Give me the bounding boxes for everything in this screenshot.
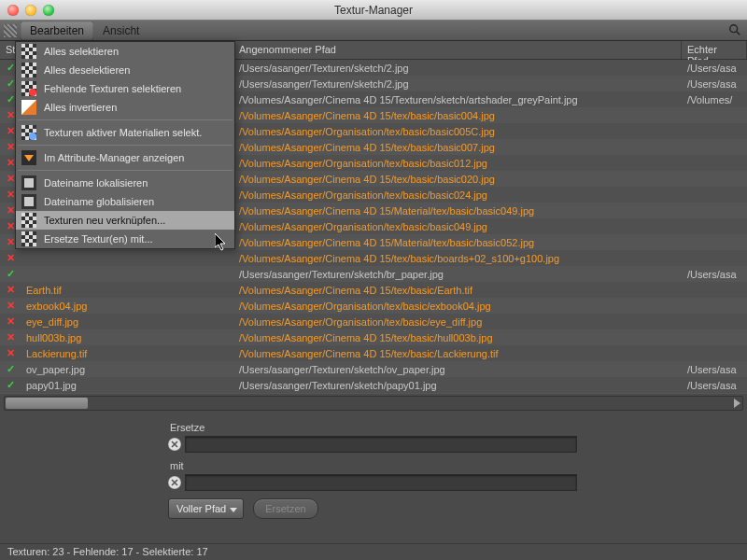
status-cell: ✕: [0, 252, 21, 264]
checker-empty-icon: [21, 63, 36, 77]
table-row[interactable]: ✕eye_diff.jpg/Volumes/Asanger/Organisati…: [0, 314, 747, 329]
realpath-cell: /Volumes/: [682, 94, 747, 105]
mouse-cursor-icon: [215, 233, 228, 252]
replace-button[interactable]: Ersetzen: [253, 498, 317, 519]
menu-item-select-missing[interactable]: Fehlende Texturen selektieren: [16, 79, 234, 98]
svg-rect-62: [21, 239, 25, 243]
table-row[interactable]: ✕Lackierung.tif/Volumes/Asanger/Cinema 4…: [0, 345, 747, 361]
table-row[interactable]: ✓ov_paper.jpg/Users/asanger/Texturen/ske…: [0, 361, 747, 377]
svg-rect-64: [25, 243, 29, 246]
svg-rect-25: [21, 89, 25, 92]
path-cell: /Volumes/Asanger/Cinema 4D 15/tex/basic/…: [233, 174, 682, 185]
menu-item-invert[interactable]: Alles invertieren: [16, 98, 234, 117]
path-cell: /Users/asanger/Texturen/sketch/2.jpg: [233, 63, 682, 74]
path-cell: /Users/asanger/Texturen/sketch/2.jpg: [233, 78, 682, 90]
svg-rect-24: [33, 85, 36, 89]
path-cell: /Volumes/Asanger/Cinema 4D 15/tex/basic/…: [233, 285, 682, 296]
status-cell: ✕: [0, 284, 21, 296]
realpath-cell: /Users/asa: [682, 364, 747, 375]
menu-item-relink[interactable]: Texturen neu verknüpfen...: [16, 211, 234, 230]
replace-label: Ersetze: [168, 422, 747, 433]
svg-rect-17: [29, 70, 33, 74]
table-row[interactable]: ✕Earth.tif/Volumes/Asanger/Cinema 4D 15/…: [0, 282, 747, 298]
menu-item-globalize[interactable]: Dateiname globalisieren: [16, 192, 234, 211]
svg-rect-35: [25, 129, 29, 133]
menu-item-label: Dateiname globalisieren: [44, 196, 154, 207]
column-realpath[interactable]: Echter Pfad: [682, 41, 747, 59]
path-mode-dropdown[interactable]: Voller Pfad: [168, 498, 244, 519]
svg-rect-51: [25, 217, 29, 220]
replace-icon: [21, 231, 36, 246]
svg-rect-6: [33, 48, 36, 51]
svg-rect-58: [21, 231, 25, 235]
table-row[interactable]: ✕hull003b.jpg/Volumes/Asanger/Cinema 4D …: [0, 329, 747, 345]
menu-item-label: Texturen aktiver Materialien selekt.: [44, 127, 202, 138]
menu-item-label: Ersetze Textur(en) mit...: [44, 233, 153, 245]
menu-item-select-active[interactable]: Texturen aktiver Materialien selekt.: [16, 123, 234, 142]
table-row[interactable]: ✕/Volumes/Asanger/Cinema 4D 15/tex/basic…: [0, 250, 747, 266]
menu-view[interactable]: Ansicht: [93, 21, 148, 40]
menu-edit[interactable]: Bearbeiten: [21, 21, 93, 40]
menu-item-show-attr[interactable]: Im Attribute-Manager anzeigen: [16, 148, 234, 167]
svg-marker-66: [215, 233, 225, 250]
svg-rect-9: [25, 55, 29, 59]
svg-rect-37: [21, 133, 25, 136]
svg-rect-56: [33, 224, 36, 228]
texture-cell: papy01.jpg: [21, 380, 233, 391]
realpath-cell: /Users/asa: [682, 78, 747, 90]
table-row[interactable]: ✕sky preset graphicfullmoon.psd/Volumes/…: [0, 393, 747, 394]
svg-rect-61: [33, 235, 36, 239]
table-row[interactable]: ✕exbook04.jpg/Volumes/Asanger/Organisati…: [0, 298, 747, 314]
path-cell: /Volumes/Asanger/Cinema 4D 15/Texturen/s…: [233, 94, 682, 105]
svg-rect-65: [33, 243, 36, 246]
svg-rect-52: [33, 217, 36, 220]
svg-rect-34: [29, 125, 33, 129]
clear-with-button[interactable]: [168, 476, 181, 489]
svg-point-41: [29, 133, 36, 140]
horizontal-scrollbar[interactable]: [4, 396, 743, 411]
status-cell: ✕: [0, 331, 21, 343]
window-title: Textur-Manager: [0, 4, 747, 17]
svg-rect-13: [29, 63, 33, 66]
menu-separator: [18, 145, 233, 146]
table-row[interactable]: ✓/Users/asanger/Texturen/sketch/br_paper…: [0, 266, 747, 282]
menu-item-localize[interactable]: Dateiname lokalisieren: [16, 174, 234, 192]
svg-rect-8: [29, 51, 33, 55]
realpath-cell: /Users/asa: [682, 269, 747, 280]
svg-rect-60: [25, 235, 29, 239]
menu-item-label: Fehlende Texturen selektieren: [44, 83, 181, 94]
menu-item-select-all[interactable]: Alles selektieren: [16, 42, 234, 61]
menu-item-label: Alles invertieren: [44, 102, 117, 113]
status-cell: ✕: [0, 300, 21, 312]
status-cell: ✓: [0, 379, 21, 391]
invert-icon: [21, 100, 36, 115]
scroll-right-arrow-icon[interactable]: [734, 399, 740, 408]
svg-rect-55: [25, 224, 29, 228]
texture-cell: eye_diff.jpg: [21, 316, 233, 328]
menu-item-deselect-all[interactable]: Alles deselektieren: [16, 61, 234, 79]
arrow-down-icon: [21, 150, 36, 165]
realpath-cell: /Users/asa: [682, 63, 747, 74]
path-cell: /Volumes/Asanger/Organisation/tex/basic/…: [233, 189, 682, 201]
replace-target-input[interactable]: [185, 474, 577, 491]
relink-icon: [21, 213, 36, 228]
status-bar: Texturen: 23 - Fehlende: 17 - Selektiert…: [0, 543, 747, 560]
clear-replace-button[interactable]: [168, 438, 181, 451]
svg-rect-54: [29, 220, 33, 224]
menu-item-label: Alles selektieren: [44, 46, 119, 57]
path-cell: /Users/asanger/Texturen/sketch/papy01.jp…: [233, 380, 682, 391]
texture-cell: Lackierung.tif: [21, 348, 233, 359]
column-path[interactable]: Angenommener Pfad: [233, 41, 682, 59]
svg-rect-23: [25, 85, 29, 89]
menu-item-replace-with[interactable]: Ersetze Textur(en) mit...: [16, 230, 234, 248]
search-icon[interactable]: [728, 23, 741, 36]
path-cell: /Volumes/Asanger/Organisation/tex/basic/…: [233, 301, 682, 312]
path-cell: /Volumes/Asanger/Organisation/tex/basic/…: [233, 316, 682, 328]
status-cell: ✕: [0, 347, 21, 359]
table-row[interactable]: ✓papy01.jpg/Users/asanger/Texturen/sketc…: [0, 377, 747, 393]
replace-source-input[interactable]: [185, 436, 577, 453]
path-cell: /Volumes/Asanger/Organisation/tex/basic/…: [233, 126, 682, 137]
svg-rect-45: [24, 178, 34, 188]
window-titlebar: Textur-Manager: [0, 0, 747, 21]
scrollbar-thumb[interactable]: [6, 398, 88, 409]
